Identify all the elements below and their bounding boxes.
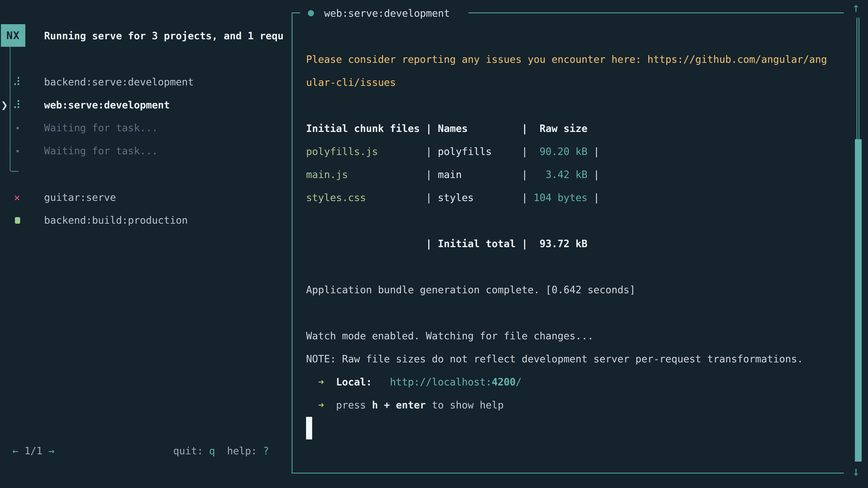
panel-title: web:serve:development xyxy=(324,2,450,25)
arrow-right-icon: ➜ xyxy=(318,394,336,417)
watch-mode-message: Watch mode enabled. Watching for file ch… xyxy=(306,324,844,348)
pipe: | xyxy=(587,140,599,163)
table-row: styles.css|styles|104 bytes| xyxy=(306,186,844,209)
help-hint-label: help: xyxy=(215,445,263,457)
panel-left-border xyxy=(291,12,292,473)
help-pre-text: press xyxy=(336,399,372,411)
pager-next-icon[interactable]: → xyxy=(49,445,55,457)
col-header-files: Initial chunk files xyxy=(306,117,426,140)
local-label: Local: xyxy=(336,376,372,388)
pipe: | xyxy=(587,163,599,186)
task-sidebar: NX Running serve for 3 projects, and 1 r… xyxy=(0,0,291,488)
spinner-icon: ⠼ xyxy=(13,94,21,117)
task-label-selected: web:serve:development xyxy=(44,94,170,117)
table-row: main.js|main|3.42 kB| xyxy=(306,163,844,186)
pager-prev-icon[interactable]: ← xyxy=(12,445,19,457)
total-size: 93.72 kB xyxy=(534,232,587,255)
waiting-dot-icon xyxy=(17,150,19,152)
blank-line xyxy=(306,94,844,117)
chunk-size: 3.42 kB xyxy=(534,163,587,186)
chunk-name: polyfills xyxy=(438,140,522,163)
cursor-line xyxy=(306,417,844,440)
run-summary-title: Running serve for 3 projects, and 1 requ xyxy=(44,24,291,47)
blank-line xyxy=(306,209,844,232)
chunk-size: 104 bytes xyxy=(534,186,587,209)
task-status-dot-icon xyxy=(308,10,314,16)
task-label: Waiting for task... xyxy=(44,139,158,162)
pipe: | xyxy=(426,163,438,186)
nx-tui-terminal: { "header": { "badge": "NX", "title": "R… xyxy=(0,0,868,488)
quit-key: q xyxy=(209,445,215,457)
spinner-icon: ⠼ xyxy=(13,70,21,94)
scrollbar-track[interactable] xyxy=(857,18,860,139)
help-post-text: to show help xyxy=(426,399,504,411)
task-row-guitar-serve[interactable]: ✕ guitar:serve xyxy=(0,186,291,209)
total-label: Initial total xyxy=(438,232,522,255)
help-key: ? xyxy=(263,445,269,457)
pipe: | xyxy=(522,163,534,186)
gap xyxy=(372,376,390,388)
chunk-size: 90.20 kB xyxy=(534,140,587,163)
arrow-right-icon: ➜ xyxy=(318,370,336,394)
notice-line-1: Please consider reporting any issues you… xyxy=(306,48,844,71)
pipe: | xyxy=(522,117,534,140)
pipe: | xyxy=(426,117,438,140)
nx-logo-badge: NX xyxy=(1,24,25,47)
task-label: backend:serve:development xyxy=(44,70,194,94)
chunk-file: styles.css xyxy=(306,186,426,209)
local-url-link[interactable]: http://localhost:4200/ xyxy=(390,376,522,388)
scroll-up-arrow-icon[interactable]: ↑ xyxy=(852,1,860,14)
pager: ← 1/1 → xyxy=(12,440,54,462)
pager-label: 1/1 xyxy=(19,445,49,457)
pipe: | xyxy=(426,232,438,255)
col-header-raw-size: Raw size xyxy=(534,117,587,140)
chunk-name: styles xyxy=(438,186,522,209)
bundle-complete-message: Application bundle generation complete. … xyxy=(306,278,844,301)
scroll-down-arrow-icon[interactable]: ↓ xyxy=(852,465,860,478)
pipe: | xyxy=(522,232,534,255)
success-square-icon xyxy=(15,217,20,224)
task-row-backend-build[interactable]: backend:build:production xyxy=(0,209,291,232)
waiting-dot-icon xyxy=(17,127,19,129)
blank-line xyxy=(306,25,844,48)
panel-bottom-border xyxy=(291,473,844,474)
pipe: | xyxy=(522,186,534,209)
chunk-file: main.js xyxy=(306,163,426,186)
failed-x-icon: ✕ xyxy=(14,186,20,209)
col-header-names: Names xyxy=(438,117,522,140)
pipe: | xyxy=(426,186,438,209)
pipe: | xyxy=(426,140,438,163)
chunk-file: polyfills.js xyxy=(306,140,426,163)
notice-line-2: ular-cli/issues xyxy=(306,71,844,94)
task-label: Waiting for task... xyxy=(44,116,158,139)
task-row-web-serve[interactable]: ⠼ web:serve:development xyxy=(0,94,291,117)
keyboard-hints: quit: q help: ? xyxy=(173,440,269,462)
table-total-row: |Initial total|93.72 kB xyxy=(306,232,844,255)
panel-title-rule xyxy=(468,12,844,13)
blank-line xyxy=(306,301,844,324)
quit-hint-label: quit: xyxy=(173,445,209,457)
task-output-log: Please consider reporting any issues you… xyxy=(306,25,844,440)
terminal-block-cursor xyxy=(306,417,312,440)
pipe: | xyxy=(587,186,599,209)
help-keys: h + enter xyxy=(372,399,426,411)
task-label: backend:build:production xyxy=(44,209,188,232)
scrollbar-thumb[interactable] xyxy=(855,139,862,462)
help-hint-line: ➜press h + enter to show help xyxy=(306,394,844,417)
task-row-backend-serve[interactable]: ⠼ backend:serve:development xyxy=(0,70,291,94)
blank-line xyxy=(306,255,844,278)
task-label: guitar:serve xyxy=(44,186,116,209)
note-message: NOTE: Raw file sizes do not reflect deve… xyxy=(306,348,844,370)
table-header-row: Initial chunk files|Names|Raw size xyxy=(306,117,844,140)
local-url-line: ➜Local: http://localhost:4200/ xyxy=(306,370,844,394)
panel-top-border-stub xyxy=(291,12,300,13)
chunk-name: main xyxy=(438,163,522,186)
task-row-waiting-1[interactable]: Waiting for task... xyxy=(0,116,291,139)
table-row: polyfills.js|polyfills|90.20 kB| xyxy=(306,140,844,163)
task-row-waiting-2[interactable]: Waiting for task... xyxy=(0,139,291,162)
sidebar-status-bar: ← 1/1 → quit: q help: ? xyxy=(0,440,291,462)
pipe: | xyxy=(522,140,534,163)
